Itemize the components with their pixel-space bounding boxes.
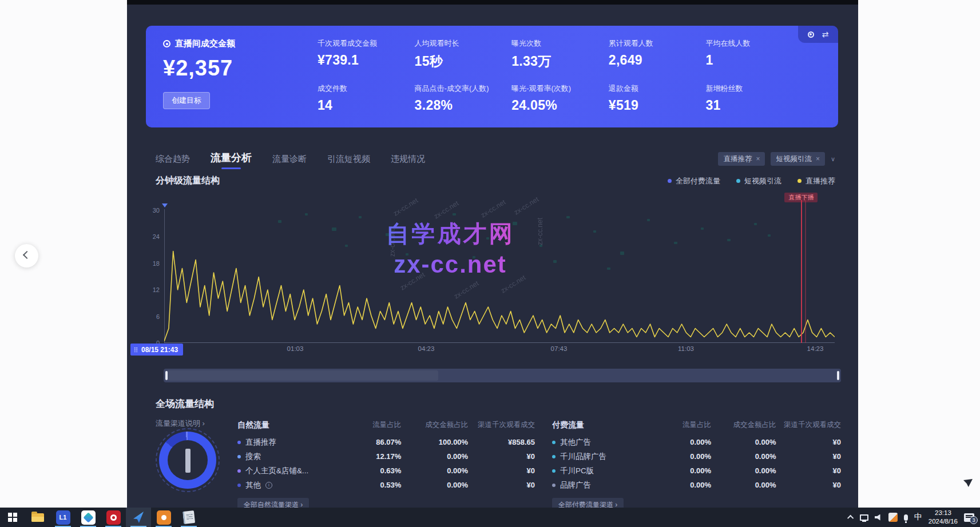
notepad-button[interactable] — [176, 508, 201, 527]
metric-cell: 退款金额¥519 — [609, 74, 701, 117]
chart-artifact — [406, 253, 408, 255]
app-l1-button[interactable]: L1 — [50, 508, 76, 527]
donut-inner-label — [185, 449, 191, 473]
table-header: 付费流量 流量占比 成交金额占比 渠道千次观看成交 — [552, 418, 841, 432]
metric-cell: 人均观看时长15秒 — [415, 37, 507, 74]
tab-traffic-analysis[interactable]: 流量分析 — [211, 151, 252, 169]
minute-chart-header: 分钟级流量结构 全部付费流量 短视频引流 直播推荐 — [156, 175, 835, 187]
banner-toolbar: ⇄ — [798, 26, 838, 43]
dashboard-video-frame: 直播间成交金额 ¥2,357 创建目标 千次观看成交金额¥739.1 人均观看时… — [127, 0, 858, 508]
chart-artifact — [727, 239, 731, 242]
overall-section-title: 全场流量结构 — [156, 397, 214, 410]
minute-chart-plot[interactable]: 3024 1812 60 直播下播 zx-cc.netzx-cc.netzx-c… — [164, 200, 835, 343]
network-icon[interactable] — [860, 514, 868, 521]
metric-cell: 平均在线人数1 — [705, 37, 798, 74]
page-corner-decoration — [963, 479, 973, 487]
chart-artifact — [553, 260, 557, 263]
metric-cell: 千次观看成交金额¥739.1 — [318, 37, 410, 74]
ime-indicator[interactable]: 中 — [914, 512, 922, 522]
legend-item-paid[interactable]: 全部付费流量 — [668, 176, 720, 186]
x-axis — [164, 342, 835, 343]
volume-icon[interactable] — [875, 514, 882, 521]
chart-range-slider[interactable] — [164, 369, 841, 382]
table-row: 直播推荐 86.07% 100.00% ¥858.65 — [237, 435, 535, 449]
metric-cell: 累计观看人数2,649 — [609, 37, 701, 74]
kpi-banner: 直播间成交金额 ¥2,357 创建目标 千次观看成交金额¥739.1 人均观看时… — [146, 26, 838, 127]
chevron-up-icon[interactable] — [847, 515, 854, 521]
x-axis-labels: 08/15 21:43 01:03 04:23 07:43 11:03 14:2… — [127, 344, 858, 357]
chevron-down-icon[interactable]: ∨ — [831, 155, 835, 163]
metric-cell: 成交件数14 — [318, 74, 410, 117]
microphone-icon[interactable] — [904, 514, 908, 521]
y-axis-labels: 3024 1812 60 — [144, 207, 160, 346]
chart-artifact — [768, 234, 771, 237]
series-dot — [237, 441, 241, 444]
filter-chip-short-video[interactable]: 短视频引流 × — [771, 152, 825, 166]
legend-dot — [798, 179, 802, 183]
table-row: 其他i 0.53% 0.00% ¥0 — [237, 478, 535, 492]
tab-traffic-diagnosis[interactable]: 流量诊断 — [272, 154, 307, 169]
donut-chart — [159, 432, 216, 489]
create-goal-button[interactable]: 创建目标 — [163, 92, 210, 109]
desktop: 直播间成交金额 ¥2,357 创建目标 千次观看成交金额¥739.1 人均观看时… — [0, 0, 980, 527]
scatter-watermark: zx-cc.net — [388, 229, 396, 256]
metrics-grid: 千次观看成交金额¥739.1 人均观看时长15秒 曝光次数1.33万 累计观看人… — [318, 37, 798, 117]
chart-artifact — [419, 223, 422, 225]
filter-chip-live-recommend[interactable]: 直播推荐 × — [718, 152, 765, 166]
tab-short-video[interactable]: 引流短视频 — [327, 154, 370, 169]
close-icon[interactable]: × — [816, 155, 820, 163]
notepad-icon — [182, 510, 195, 524]
tab-violations[interactable]: 违规情况 — [391, 154, 425, 169]
notification-icon[interactable]: 3 — [964, 513, 974, 522]
taskbar-apps: L1 — [0, 508, 201, 527]
file-explorer-button[interactable] — [25, 508, 50, 527]
legend-item-short-video[interactable]: 短视频引流 — [736, 176, 781, 186]
windows-start-icon — [8, 513, 17, 522]
app-pointer-button[interactable] — [126, 508, 151, 527]
notification-badge: 3 — [970, 516, 978, 524]
chart-artifact — [620, 251, 624, 255]
chevron-left-icon — [23, 251, 31, 259]
all-natural-channels-link[interactable]: 全部自然流量渠道 › — [237, 498, 309, 508]
app-teal-button[interactable] — [76, 508, 101, 527]
player-prev-button[interactable] — [15, 244, 38, 268]
chart-artifact — [345, 245, 348, 247]
stream-end-marker-line — [801, 200, 802, 343]
taskbar-clock[interactable]: 23:13 2024/8/16 — [929, 509, 958, 526]
chart-artifact — [593, 230, 596, 233]
app-red-button[interactable] — [101, 508, 126, 527]
traffic-line-svg — [164, 210, 835, 342]
chart-artifact — [701, 227, 704, 230]
system-tray: 中 23:13 2024/8/16 3 — [849, 508, 980, 527]
slider-handle-right[interactable] — [837, 371, 839, 380]
channel-note-link[interactable]: 流量渠道说明 › — [156, 418, 205, 429]
chart-artifact — [453, 213, 456, 216]
slider-handle-left[interactable] — [165, 371, 168, 380]
table-row: 个人主页&店铺&... 0.63% 0.00% ¥0 — [237, 464, 535, 478]
close-icon[interactable]: × — [756, 155, 760, 163]
natural-traffic-table: 自然流量 流量占比 成交金额占比 渠道千次观看成交 直播推荐 86.07% 10… — [237, 418, 535, 508]
x-start-badge[interactable]: 08/15 21:43 — [130, 344, 183, 356]
chart-artifact — [647, 219, 650, 221]
chart-artifact — [278, 220, 281, 223]
main-metric: 直播间成交金额 ¥2,357 创建目标 — [163, 38, 235, 109]
series-dot — [552, 441, 556, 444]
chart-artifact — [332, 227, 336, 231]
filter-chips: 直播推荐 × 短视频引流 × ∨ — [718, 152, 835, 166]
legend-item-live-recommend[interactable]: 直播推荐 — [798, 176, 835, 186]
series-dot — [552, 484, 556, 487]
tray-app-icon[interactable] — [888, 513, 898, 522]
gear-icon[interactable] — [808, 31, 814, 38]
chart-artifact — [513, 222, 517, 225]
start-button[interactable] — [0, 508, 25, 527]
tab-overall-trend[interactable]: 综合趋势 — [156, 154, 190, 169]
scatter-watermark: zx-cc.net — [536, 217, 544, 245]
video-letterbox — [127, 0, 858, 5]
chart-artifact — [486, 237, 489, 239]
app-orange-button[interactable] — [151, 508, 176, 527]
info-icon[interactable]: i — [265, 482, 272, 489]
swap-arrows-icon[interactable]: ⇄ — [822, 30, 829, 38]
orange-app-icon — [157, 510, 171, 525]
all-paid-channels-link[interactable]: 全部付费流量渠道 › — [552, 498, 624, 508]
series-dot — [237, 455, 241, 458]
